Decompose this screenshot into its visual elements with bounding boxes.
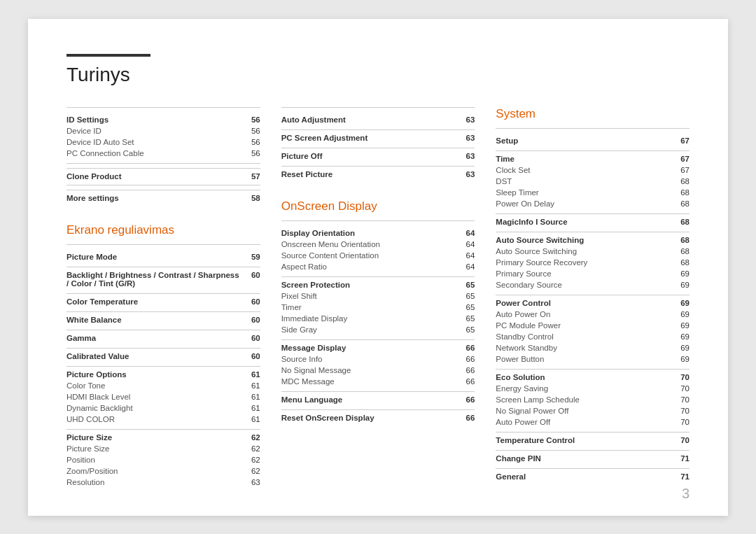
list-item: No Signal Power Off 70 — [496, 405, 690, 416]
page: Turinys ID Settings 56 Device ID 56 Devi… — [28, 19, 728, 516]
list-item: Standby Control 69 — [496, 331, 690, 342]
list-item: HDMI Black Level 61 — [66, 391, 260, 402]
col1-clone-group: Clone Product 57 — [66, 163, 260, 182]
list-item: Device ID Auto Set 56 — [66, 136, 260, 148]
list-item: Energy Saving 70 — [496, 383, 690, 394]
toc-header-reset-picture: Reset Picture 63 — [281, 166, 475, 180]
list-item: Color Tone 61 — [66, 380, 260, 391]
list-item: Pixel Shift 65 — [281, 290, 475, 302]
toc-header-color-temp: Color Temperature 60 — [66, 293, 260, 307]
toc-header-calibrated: Calibrated Value 60 — [66, 348, 260, 362]
list-item: Aspect Ratio 64 — [281, 261, 475, 272]
list-item: Power Button 69 — [496, 353, 690, 365]
toc-header-display-orient: Display Orientation 64 — [281, 225, 475, 239]
list-item: Timer 65 — [281, 302, 475, 313]
section-title-onscreen: OnScreen Display — [281, 199, 475, 213]
list-item: Sleep Timer 68 — [496, 187, 690, 198]
list-item: Onscreen Menu Orientation 64 — [281, 239, 475, 250]
list-item: Source Content Orientation 64 — [281, 250, 475, 261]
toc-header-power-control: Power Control 69 — [496, 295, 690, 309]
list-item: Auto Power On 69 — [496, 309, 690, 320]
toc-header-picture-off: Picture Off 63 — [281, 148, 475, 162]
toc-header-general: General 71 — [496, 468, 690, 482]
col2-top-group: Auto Adjustment 63 PC Screen Adjustment … — [281, 107, 475, 180]
toc-header-change-pin: Change PIN 71 — [496, 450, 690, 464]
col2: Auto Adjustment 63 PC Screen Adjustment … — [281, 107, 496, 488]
toc-header-setup: Setup 67 — [496, 133, 690, 146]
list-item: Screen Lamp Schedule 70 — [496, 394, 690, 405]
list-item: Dynamic Backlight 61 — [66, 402, 260, 414]
toc-columns: ID Settings 56 Device ID 56 Device ID Au… — [66, 107, 690, 488]
col3-section-group: Setup 67 Time 67 Clock Set 67 DST 68 Sl — [496, 128, 690, 482]
list-item: PC Module Power 69 — [496, 320, 690, 331]
list-item: Clock Set 67 — [496, 164, 690, 176]
toc-header-id-settings: ID Settings 56 — [66, 112, 260, 125]
col2-section-group: Display Orientation 64 Onscreen Menu Ori… — [281, 220, 475, 423]
col1-top-group: ID Settings 56 Device ID 56 Device ID Au… — [66, 107, 260, 159]
col1-more-group: More settings 58 — [66, 185, 260, 204]
toc-header-white-balance: White Balance 60 — [66, 311, 260, 325]
toc-header-picture-size: Picture Size 62 — [66, 429, 260, 443]
toc-header-picture-options: Picture Options 61 — [66, 366, 260, 380]
toc-header-auto-adj: Auto Adjustment 63 — [281, 112, 475, 125]
list-item: Auto Power Off 70 — [496, 416, 690, 428]
toc-header-gamma: Gamma 60 — [66, 330, 260, 344]
toc-header-pc-screen: PC Screen Adjustment 63 — [281, 129, 475, 143]
list-item: Network Standby 69 — [496, 342, 690, 353]
section-title-system: System — [496, 107, 690, 121]
list-item: DST 68 — [496, 176, 690, 187]
page-title: Turinys — [66, 64, 690, 86]
toc-header-time: Time 67 — [496, 150, 690, 164]
col3: System Setup 67 Time 67 Clock Set 67 DST — [496, 107, 690, 488]
list-item: Device ID 56 — [66, 125, 260, 136]
list-item: Position 62 — [66, 454, 260, 465]
list-item: MDC Message 66 — [281, 376, 475, 387]
section-title-ekrano: Ekrano reguliavimas — [66, 223, 260, 237]
toc-header-clone: Clone Product 57 — [66, 168, 260, 182]
list-item: Auto Source Switching 68 — [496, 246, 690, 257]
toc-header-backlight: Backlight / Brightness / Contrast / Shar… — [66, 267, 260, 289]
list-item: PC Connection Cable 56 — [66, 148, 260, 159]
col1-section-group: Picture Mode 59 Backlight / Brightness /… — [66, 244, 260, 488]
list-item: Source Info 66 — [281, 353, 475, 365]
list-item: Zoom/Position 62 — [66, 465, 260, 477]
toc-header-more: More settings 58 — [66, 190, 260, 204]
list-item: Primary Source 69 — [496, 268, 690, 279]
toc-header-temp-control: Temperature Control 70 — [496, 432, 690, 446]
list-item: UHD COLOR 61 — [66, 414, 260, 425]
col1: ID Settings 56 Device ID 56 Device ID Au… — [66, 107, 281, 488]
toc-header-eco: Eco Solution 70 — [496, 369, 690, 383]
title-bar — [66, 54, 150, 57]
toc-header-magicinfo: MagicInfo I Source 68 — [496, 213, 690, 227]
toc-header-auto-source: Auto Source Switching 68 — [496, 232, 690, 246]
toc-header-msg-display: Message Display 66 — [281, 339, 475, 353]
list-item: Primary Source Recovery 68 — [496, 257, 690, 268]
page-number: 3 — [682, 486, 690, 502]
list-item: Side Gray 65 — [281, 324, 475, 335]
toc-header-reset-onscreen: Reset OnScreen Display 66 — [281, 409, 475, 423]
list-item: Immediate Display 65 — [281, 313, 475, 324]
toc-header-picture-mode: Picture Mode 59 — [66, 249, 260, 262]
list-item: Resolution 63 — [66, 477, 260, 488]
list-item: Secondary Source 69 — [496, 279, 690, 290]
toc-header-menu-lang: Menu Language 66 — [281, 391, 475, 405]
list-item: No Signal Message 66 — [281, 365, 475, 376]
list-item: Power On Delay 68 — [496, 198, 690, 209]
toc-header-screen-protect: Screen Protection 65 — [281, 276, 475, 290]
list-item: Picture Size 62 — [66, 443, 260, 454]
